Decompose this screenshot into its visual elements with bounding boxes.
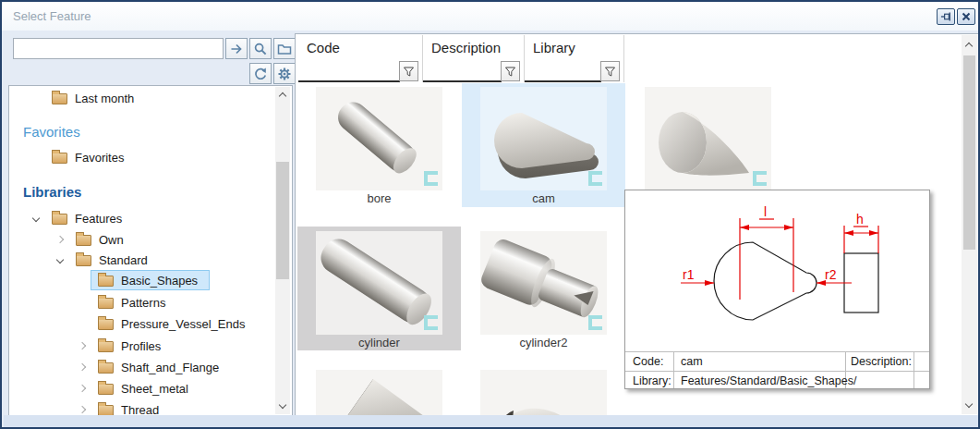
- tree-scroll-down-arrow[interactable]: [275, 398, 290, 413]
- folder-icon: [52, 214, 67, 225]
- grid-scrollbar-thumb[interactable]: [963, 55, 975, 250]
- pin-icon: [940, 11, 952, 22]
- tree-item-pressure-vessel-ends[interactable]: Pressure_Vessel_Ends: [10, 314, 272, 335]
- dim-label-r2: r2: [825, 267, 837, 282]
- library-filter-button[interactable]: [600, 61, 620, 81]
- folder-icon: [98, 298, 114, 309]
- tree-item-label: Shaft_and_Flange: [121, 361, 219, 374]
- tree-item-basic-shapes[interactable]: Basic_Shapes: [10, 271, 272, 291]
- grid-scroll-up-arrow[interactable]: [962, 37, 976, 52]
- column-header-code[interactable]: Code: [307, 40, 340, 55]
- chevron-right-icon[interactable]: [79, 363, 86, 371]
- tree-item-label: Standard: [99, 253, 148, 267]
- browse-folder-button[interactable]: [273, 38, 296, 59]
- go-arrow-icon: [229, 42, 244, 56]
- filter-funnel-icon: [604, 66, 616, 78]
- chevron-down-icon[interactable]: [56, 256, 64, 264]
- tree-item-favorites[interactable]: Favorites: [10, 148, 272, 168]
- tree-item-patterns[interactable]: Patterns: [10, 293, 272, 313]
- folder-icon: [98, 384, 114, 395]
- feature-thumbnail: [480, 370, 607, 415]
- feature-tile-cylinder[interactable]: cylinder: [297, 227, 461, 350]
- tree-item-profiles[interactable]: Profiles: [10, 337, 272, 357]
- column-separator: [623, 35, 624, 82]
- search-go-button[interactable]: [225, 38, 248, 59]
- search-button[interactable]: [249, 38, 272, 59]
- tree-item-label: Sheet_metal: [121, 382, 188, 396]
- description-filter-button[interactable]: [501, 61, 520, 81]
- close-button[interactable]: [957, 8, 975, 25]
- filter-underline: [525, 80, 601, 82]
- code-filter-input[interactable]: [299, 63, 397, 80]
- feature-tile-cam[interactable]: cam: [462, 83, 625, 207]
- table-border: [625, 371, 929, 372]
- feature-tile-bore[interactable]: bore: [297, 83, 461, 207]
- chevron-right-icon[interactable]: [56, 236, 64, 243]
- feature-thumbnail: [480, 87, 607, 190]
- feature-thumbnail: [316, 87, 442, 190]
- pin-button[interactable]: [937, 8, 955, 25]
- settings-button[interactable]: [273, 63, 296, 84]
- feature-preview-tooltip: l h r1 r2 Code: cam Description: Library…: [624, 190, 930, 389]
- feature-tile-cylinder2[interactable]: cylinder2: [462, 227, 625, 350]
- feature-thumbnail: [316, 370, 442, 415]
- close-icon: [962, 12, 971, 21]
- refresh-button[interactable]: [249, 63, 272, 84]
- folder-icon: [98, 276, 114, 287]
- folder-icon: [98, 319, 114, 330]
- tree-item-standard[interactable]: Standard: [10, 251, 272, 271]
- chevron-right-icon[interactable]: [79, 342, 86, 349]
- libraries-section-header: Libraries: [23, 184, 81, 200]
- table-border: [913, 351, 914, 388]
- magnifier-icon: [253, 42, 268, 56]
- folder-icon: [98, 341, 114, 352]
- favorites-section-header: Favorites: [23, 124, 80, 140]
- feature-badge-icon: [588, 315, 602, 330]
- folder-icon: [98, 362, 114, 374]
- folder-icon: [76, 235, 91, 246]
- tree-scroll-up-arrow[interactable]: [275, 87, 290, 102]
- folder-icon: [52, 93, 67, 104]
- tree-item-sheet-metal[interactable]: Sheet_metal: [10, 379, 272, 399]
- dim-label-l: l: [764, 204, 767, 219]
- tree-item-label: Basic_Shapes: [121, 274, 198, 288]
- tree-item-last-month[interactable]: Last month: [10, 89, 272, 109]
- feature-badge-icon: [424, 315, 438, 330]
- library-filter-input[interactable]: [526, 63, 598, 80]
- tree-item-label: Patterns: [121, 296, 165, 310]
- column-separator: [422, 35, 423, 82]
- table-border: [673, 351, 674, 388]
- feature-tile-wedge[interactable]: [297, 370, 461, 415]
- tree-item-label: Profiles: [121, 339, 161, 353]
- grid-scroll-down-arrow[interactable]: [962, 398, 976, 412]
- description-filter-input[interactable]: [424, 63, 498, 80]
- bottom-strip: [4, 415, 980, 427]
- search-input[interactable]: [13, 38, 224, 59]
- chevron-right-icon[interactable]: [79, 406, 86, 413]
- gear-icon: [277, 67, 292, 81]
- feature-badge-icon: [753, 171, 767, 186]
- column-separator: [524, 35, 525, 82]
- wedge-shape: [316, 370, 442, 415]
- feature-thumbnail: [645, 87, 771, 190]
- feature-label: cylinder2: [480, 336, 607, 349]
- chevron-right-icon[interactable]: [79, 385, 86, 392]
- tree-item-own[interactable]: Own: [10, 230, 272, 251]
- feature-tile-rounded[interactable]: [462, 370, 625, 415]
- tooltip-code-label: Code:: [633, 355, 663, 368]
- tree-item-shaft-and-flange[interactable]: Shaft_and_Flange: [10, 358, 272, 378]
- feature-label: bore: [316, 191, 442, 205]
- feature-thumbnail: [480, 231, 607, 335]
- chevron-down-icon[interactable]: [32, 214, 40, 222]
- code-filter-button[interactable]: [399, 61, 418, 81]
- column-header-description[interactable]: Description: [431, 40, 501, 55]
- tree-item-features[interactable]: Features: [10, 209, 272, 229]
- column-header-library[interactable]: Library: [533, 40, 575, 55]
- tree-item-label: Favorites: [75, 151, 124, 165]
- tree-scrollbar-thumb[interactable]: [276, 162, 289, 279]
- feature-tile-cone[interactable]: [626, 83, 790, 207]
- folder-icon: [52, 153, 67, 164]
- feature-label: cam: [480, 191, 607, 205]
- title-bar[interactable]: Select Feature: [2, 2, 978, 31]
- tooltip-code-value: cam: [681, 355, 703, 368]
